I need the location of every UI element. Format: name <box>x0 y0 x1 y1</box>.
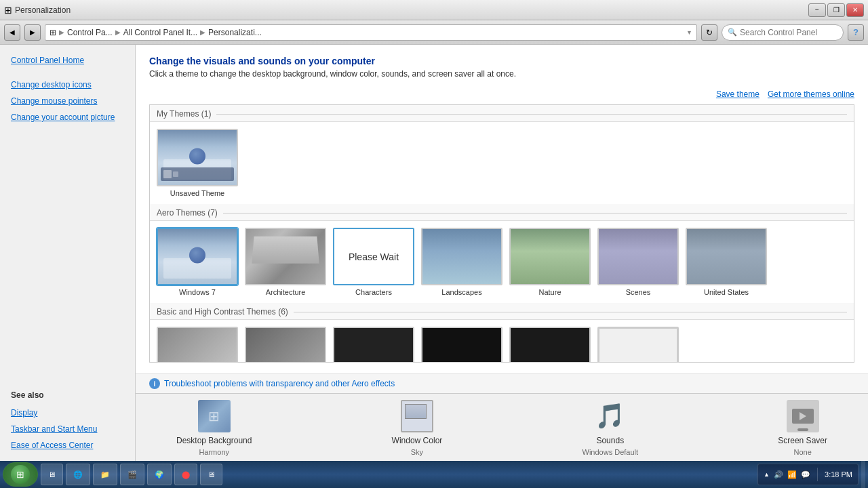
breadcrumb-part2[interactable]: All Control Panel It... <box>123 28 197 37</box>
sidebar-item-desktop-icons[interactable]: Change desktop icons <box>0 77 135 92</box>
taskbar-app-red[interactable]: ⬤ <box>174 464 197 485</box>
aero-themes-grid: Windows 7 Architecture <box>150 221 854 303</box>
theme-basic-1-thumbnail[interactable] <box>157 327 238 363</box>
theme-windows7[interactable]: Windows 7 <box>157 228 238 296</box>
theme-basic-4[interactable] <box>421 327 502 363</box>
screen-saver-icon-container <box>786 399 820 433</box>
theme-basic-3-thumbnail[interactable] <box>333 327 414 363</box>
bottom-window-color[interactable]: Window Color Sky <box>392 399 443 456</box>
taskbar-app-globe[interactable]: 🌍 <box>147 464 172 485</box>
theme-scenes-label: Scenes <box>626 288 651 296</box>
breadcrumb[interactable]: ⊞ ▶ Control Pa... ▶ All Control Panel It… <box>45 24 697 41</box>
show-desktop-button[interactable] <box>861 461 865 488</box>
theme-architecture[interactable]: Architecture <box>245 228 326 296</box>
theme-basic-5[interactable] <box>509 327 591 363</box>
desktop-bg-icon-container <box>197 399 231 433</box>
taskbar-app-media[interactable]: 🎬 <box>120 464 144 485</box>
theme-windows7-thumbnail[interactable] <box>157 228 238 285</box>
taskbar-app-panel[interactable]: 🖥 <box>200 464 222 485</box>
sidebar-item-ease-of-access[interactable]: Ease of Access Center <box>0 438 135 453</box>
breadcrumb-sep3: ▶ <box>200 28 205 36</box>
desktop-bg-icon <box>198 400 231 432</box>
theme-nature-thumbnail[interactable] <box>509 228 591 285</box>
theme-landscapes-label: Landscapes <box>441 288 481 296</box>
theme-characters-label: Characters <box>355 288 392 296</box>
theme-basic-2-thumbnail[interactable] <box>245 327 326 363</box>
search-icon: 🔍 <box>728 28 737 37</box>
theme-unsaved[interactable]: Unsaved Theme <box>157 129 238 197</box>
tray-message-icon[interactable]: 💬 <box>801 470 810 479</box>
forward-button[interactable]: ▶ <box>24 24 41 41</box>
breadcrumb-dropdown-icon[interactable]: ▼ <box>686 29 692 36</box>
theme-basic-4-thumbnail[interactable] <box>421 327 502 363</box>
troubleshoot-label[interactable]: Troubleshoot problems with transparency … <box>164 379 395 388</box>
theme-basic-6[interactable] <box>597 327 679 363</box>
theme-basic-6-thumbnail[interactable] <box>597 327 679 363</box>
theme-characters-thumbnail[interactable]: Please Wait <box>333 228 414 285</box>
tray-divider <box>817 468 818 481</box>
see-also-label: See also <box>0 390 135 400</box>
page-title: Change the visuals and sounds on your co… <box>149 56 854 66</box>
main-layout: Control Panel Home Change desktop icons … <box>0 45 868 461</box>
theme-scenes-thumbnail[interactable] <box>597 228 679 285</box>
minimize-button[interactable]: − <box>808 3 826 17</box>
sidebar-item-taskbar[interactable]: Taskbar and Start Menu <box>0 422 135 436</box>
troubleshoot-icon: i <box>149 378 160 389</box>
taskbar-app-browser[interactable]: 🌐 <box>66 464 90 485</box>
desktop-bg-sublabel: Harmony <box>199 448 229 456</box>
restore-button[interactable]: ❐ <box>827 3 845 17</box>
sidebar-item-control-panel-home[interactable]: Control Panel Home <box>0 53 135 68</box>
taskbar-app-explorer[interactable]: 🖥 <box>41 464 63 485</box>
theme-architecture-thumbnail[interactable] <box>245 228 326 285</box>
bottom-sounds[interactable]: 🎵 Sounds Windows Default <box>583 399 639 456</box>
theme-united-states[interactable]: United States <box>686 228 767 296</box>
address-bar: ◀ ▶ ⊞ ▶ Control Pa... ▶ All Control Pane… <box>0 20 868 45</box>
basic-themes-grid <box>150 320 854 363</box>
sidebar-item-display[interactable]: Display <box>0 405 135 420</box>
sidebar-item-account-picture[interactable]: Change your account picture <box>0 110 135 125</box>
taskbar: ⊞ 🖥 🌐 📁 🎬 🌍 ⬤ 🖥 ▲ 🔊 📶 💬 3:18 PM <box>0 461 868 488</box>
breadcrumb-icon: ⊞ <box>50 28 56 37</box>
bottom-screen-saver[interactable]: Screen Saver None <box>778 399 827 456</box>
themes-scroll-area[interactable]: My Themes (1) <box>149 104 854 363</box>
troubleshoot-bar[interactable]: i Troubleshoot problems with transparenc… <box>136 373 868 393</box>
bottom-desktop-bg[interactable]: Desktop Background Harmony <box>176 399 252 456</box>
theme-landscapes-thumbnail[interactable] <box>421 228 502 285</box>
theme-basic-5-thumbnail[interactable] <box>509 327 591 363</box>
theme-nature-label: Nature <box>538 288 561 296</box>
desktop-bg-label: Desktop Background <box>176 436 252 445</box>
tray-volume-icon[interactable]: 🔊 <box>774 470 783 479</box>
tray-time[interactable]: 3:18 PM <box>825 470 852 479</box>
theme-characters[interactable]: Please Wait Characters <box>333 228 414 296</box>
theme-nature[interactable]: Nature <box>509 228 591 296</box>
more-themes-link[interactable]: Get more themes online <box>768 89 854 99</box>
save-theme-link[interactable]: Save theme <box>716 89 760 99</box>
search-input[interactable] <box>740 28 828 37</box>
back-button[interactable]: ◀ <box>4 24 20 41</box>
content-area: Change the visuals and sounds on your co… <box>136 45 868 373</box>
tray-expand-icon[interactable]: ▲ <box>764 471 770 478</box>
sidebar-item-mouse-pointers[interactable]: Change mouse pointers <box>0 94 135 108</box>
start-button[interactable]: ⊞ <box>3 462 38 487</box>
window-icon: ⊞ <box>4 5 12 16</box>
help-button[interactable]: ? <box>848 24 864 41</box>
taskbar-app-folder[interactable]: 📁 <box>93 464 117 485</box>
theme-landscapes[interactable]: Landscapes <box>421 228 502 296</box>
theme-basic-2[interactable] <box>245 327 326 363</box>
refresh-button[interactable]: ↻ <box>701 24 717 41</box>
sounds-icon-container: 🎵 <box>593 399 627 433</box>
breadcrumb-part1[interactable]: Control Pa... <box>67 28 113 37</box>
please-wait-text: Please Wait <box>349 251 399 262</box>
theme-unsaved-thumbnail[interactable] <box>157 129 238 186</box>
breadcrumb-part3[interactable]: Personalizati... <box>208 28 262 37</box>
sounds-label: Sounds <box>596 436 624 445</box>
search-bar[interactable]: 🔍 <box>722 24 844 41</box>
close-button[interactable]: ✕ <box>846 3 864 17</box>
theme-basic-3[interactable] <box>333 327 414 363</box>
tray-network-icon[interactable]: 📶 <box>787 470 797 479</box>
theme-united-states-thumbnail[interactable] <box>686 228 767 285</box>
theme-basic-1[interactable] <box>157 327 238 363</box>
basic-themes-label: Basic and High Contrast Themes (6) <box>150 303 854 320</box>
theme-scenes[interactable]: Scenes <box>597 228 679 296</box>
aero-themes-label: Aero Themes (7) <box>150 204 854 221</box>
